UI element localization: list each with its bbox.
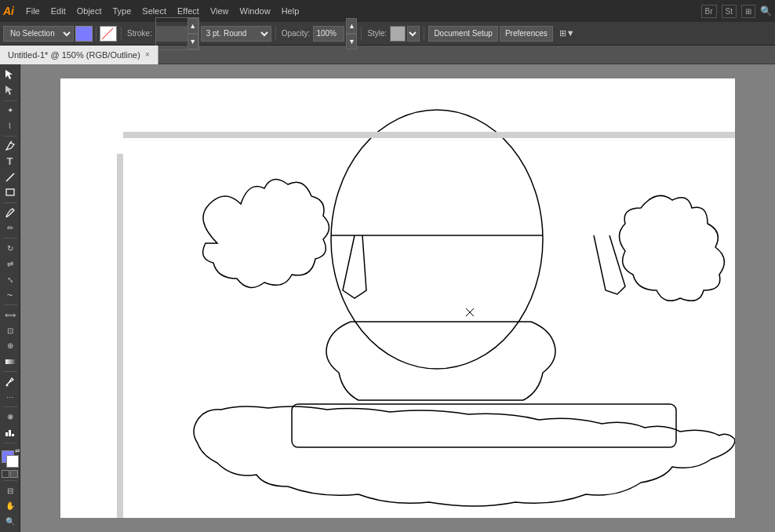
stroke-down-arrow[interactable]: ▼ xyxy=(187,34,198,49)
hand-tool[interactable]: ✋ xyxy=(2,499,19,514)
background-color[interactable] xyxy=(6,455,19,468)
menu-file[interactable]: File xyxy=(20,5,45,17)
artwork xyxy=(60,78,735,518)
shape-builder-tool[interactable]: ⊕ xyxy=(2,339,19,354)
paintbrush-tool[interactable] xyxy=(2,206,19,220)
canvas-area[interactable] xyxy=(20,64,775,532)
gradient-tool[interactable] xyxy=(2,354,19,369)
menu-bar: Ai File Edit Object Type Select Effect V… xyxy=(0,0,775,22)
column-graph-tool[interactable] xyxy=(2,425,19,440)
stroke-color-swatch[interactable] xyxy=(100,26,117,42)
opacity-down-arrow[interactable]: ▼ xyxy=(346,34,357,49)
bridge-icon[interactable]: Br xyxy=(701,5,717,18)
svg-rect-13 xyxy=(117,154,123,518)
pen-tool[interactable] xyxy=(2,139,19,154)
stroke-width-input[interactable] xyxy=(156,26,187,42)
magic-wand-tool[interactable]: ✦ xyxy=(2,103,19,118)
rect-tool[interactable] xyxy=(2,185,19,200)
svg-rect-14 xyxy=(123,132,735,138)
width-tool[interactable]: ⟺ xyxy=(2,308,19,322)
tab-bar: Untitled-1* @ 150% (RGB/Outline) × xyxy=(0,46,775,64)
search-icon[interactable]: 🔍 xyxy=(760,5,772,16)
svg-rect-6 xyxy=(9,430,11,436)
svg-marker-0 xyxy=(5,70,13,79)
arrange-icon[interactable]: ⊞▼ xyxy=(558,27,577,40)
svg-rect-4 xyxy=(5,359,15,364)
free-transform-tool[interactable]: ⊡ xyxy=(2,323,19,338)
svg-rect-3 xyxy=(6,189,14,195)
menu-edit[interactable]: Edit xyxy=(45,5,71,17)
artboard xyxy=(60,78,735,518)
app-logo: Ai xyxy=(3,5,14,17)
document-tab[interactable]: Untitled-1* @ 150% (RGB/Outline) × xyxy=(0,46,158,64)
svg-marker-1 xyxy=(5,86,13,95)
svg-line-2 xyxy=(6,173,14,181)
menu-view[interactable]: View xyxy=(205,5,235,17)
main-area: ✦ ⌇ T ✏ ↻ ⇌ ⤡ ~ ⟺ ⊡ ⊕ ⋯ xyxy=(0,64,775,532)
left-toolbar: ✦ ⌇ T ✏ ↻ ⇌ ⤡ ~ ⟺ ⊡ ⊕ ⋯ xyxy=(0,64,20,532)
opacity-up-arrow[interactable]: ▲ xyxy=(346,18,357,34)
direct-selection-tool[interactable] xyxy=(2,83,19,98)
eyedropper-tool[interactable] xyxy=(2,374,19,389)
artboard-tool[interactable]: ⊟ xyxy=(2,483,19,498)
svg-rect-5 xyxy=(5,432,8,436)
menu-select[interactable]: Select xyxy=(136,5,172,17)
document-setup-button[interactable]: Document Setup xyxy=(428,26,498,42)
opacity-input[interactable] xyxy=(313,26,344,42)
text-tool[interactable]: T xyxy=(2,155,19,169)
style-label: Style: xyxy=(366,29,388,38)
menu-help[interactable]: Help xyxy=(276,5,305,17)
warp-tool[interactable]: ~ xyxy=(2,287,19,302)
lasso-tool[interactable]: ⌇ xyxy=(2,118,19,133)
workspace-icon[interactable]: ⊞ xyxy=(741,5,755,18)
selection-tool[interactable] xyxy=(2,67,19,82)
opacity-label: Opacity: xyxy=(280,29,312,38)
style-swatch[interactable] xyxy=(390,26,406,42)
menu-window[interactable]: Window xyxy=(235,5,276,17)
normal-mode-btn[interactable] xyxy=(2,470,9,478)
tab-close-button[interactable]: × xyxy=(145,50,150,59)
zoom-tool[interactable]: 🔍 xyxy=(2,514,19,529)
rotate-tool[interactable]: ↻ xyxy=(2,241,19,256)
menu-effect[interactable]: Effect xyxy=(172,5,205,17)
scale-tool[interactable]: ⤡ xyxy=(2,272,19,287)
stroke-label: Stroke: xyxy=(126,29,154,38)
symbol-tool[interactable]: ❋ xyxy=(2,410,19,425)
stroke-type-dropdown[interactable]: 3 pt. Round xyxy=(201,26,271,42)
svg-rect-7 xyxy=(12,434,14,436)
tab-title: Untitled-1* @ 150% (RGB/Outline) xyxy=(8,50,140,60)
menu-object[interactable]: Object xyxy=(71,5,107,17)
fill-color-swatch[interactable] xyxy=(75,26,93,42)
color-swatches: ⇄ xyxy=(2,450,19,468)
mask-mode-btn[interactable] xyxy=(10,470,18,478)
stroke-up-arrow[interactable]: ▲ xyxy=(187,18,198,34)
line-tool[interactable] xyxy=(2,169,19,184)
control-toolbar: No Selection Stroke: ▲ ▼ 3 pt. Round Opa… xyxy=(0,22,775,46)
reflect-tool[interactable]: ⇌ xyxy=(2,257,19,271)
pencil-tool[interactable]: ✏ xyxy=(2,220,19,235)
blend-tool[interactable]: ⋯ xyxy=(2,390,19,405)
style-dropdown[interactable] xyxy=(407,26,420,42)
svg-rect-10 xyxy=(292,404,676,447)
stock-icon[interactable]: St xyxy=(722,5,737,18)
preferences-button[interactable]: Preferences xyxy=(500,26,553,42)
selection-dropdown[interactable]: No Selection xyxy=(3,26,74,42)
swap-colors-button[interactable]: ⇄ xyxy=(15,447,20,454)
menu-type[interactable]: Type xyxy=(107,5,137,17)
